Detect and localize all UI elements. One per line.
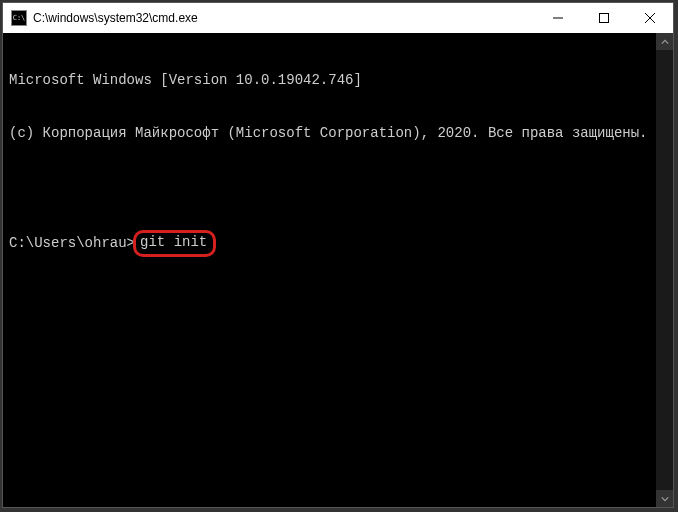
scroll-up-button[interactable] [656,33,673,50]
chevron-up-icon [661,38,669,46]
close-button[interactable] [627,3,673,33]
cmd-window: C:\ C:\windows\system32\cmd.exe Microsof… [2,2,674,508]
vertical-scrollbar[interactable] [656,33,673,507]
svg-rect-1 [600,14,609,23]
cmd-icon-glyph: C:\ [13,15,26,22]
maximize-button[interactable] [581,3,627,33]
blank-line [9,177,650,195]
chevron-down-icon [661,495,669,503]
window-controls [535,3,673,33]
scroll-track[interactable] [656,50,673,490]
terminal-body: Microsoft Windows [Version 10.0.19042.74… [3,33,673,507]
titlebar[interactable]: C:\ C:\windows\system32\cmd.exe [3,3,673,33]
prompt-text: C:\Users\ohrau> [9,235,135,253]
output-line: Microsoft Windows [Version 10.0.19042.74… [9,72,650,90]
prompt-line: C:\Users\ohrau>git init [9,230,650,258]
close-icon [645,13,655,23]
scroll-down-button[interactable] [656,490,673,507]
window-title: C:\windows\system32\cmd.exe [33,11,535,25]
minimize-button[interactable] [535,3,581,33]
terminal-content[interactable]: Microsoft Windows [Version 10.0.19042.74… [3,33,656,507]
cmd-icon: C:\ [11,10,27,26]
output-line: (c) Корпорация Майкрософт (Microsoft Cor… [9,125,650,143]
command-highlight: git init [133,230,216,258]
command-text: git init [140,234,207,250]
minimize-icon [553,13,563,23]
maximize-icon [599,13,609,23]
